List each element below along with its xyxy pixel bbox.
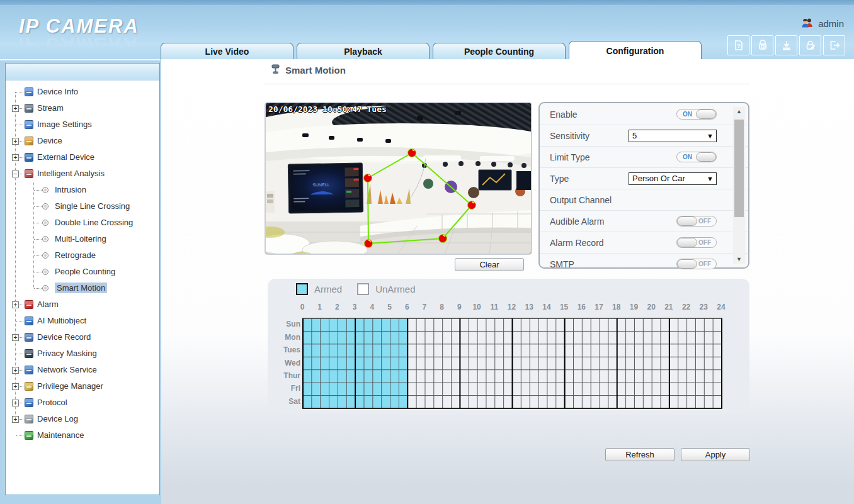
sensitivity-select[interactable]: 5▼ (629, 130, 717, 142)
apply-button[interactable]: Apply (681, 448, 750, 461)
logout-icon[interactable] (823, 35, 845, 55)
type-select[interactable]: Person Or Car▼ (629, 172, 717, 185)
sidebar-item-image-settings[interactable]: Image Settings (6, 116, 159, 133)
audible-alarm-toggle[interactable]: OFF (676, 216, 717, 227)
day-label: Mon (273, 333, 300, 342)
toggle-knob[interactable] (696, 152, 716, 162)
clear-button[interactable]: Clear (455, 258, 524, 271)
tab-people-counting[interactable]: People Counting (433, 43, 566, 60)
hour-label: 3 (353, 303, 357, 311)
sidebar-item-smart-motion[interactable]: Smart Motion (6, 280, 159, 296)
sidebar-item-single-line-crossing[interactable]: Single Line Crossing (6, 198, 159, 215)
tab-playback[interactable]: Playback (297, 43, 430, 60)
modify-password-icon[interactable] (799, 35, 821, 55)
tree-connector-stub (34, 190, 42, 191)
hour-label: 8 (440, 303, 444, 311)
unarmed-label: UnArmed (375, 284, 415, 294)
toggle-state-label: ON (683, 153, 692, 161)
sidebar-item-alarm[interactable]: +Alarm (6, 296, 159, 313)
schedule-grid[interactable] (302, 318, 722, 409)
smart-motion-icon (271, 64, 280, 76)
intelligent-analysis-icon (25, 169, 33, 178)
device-log-icon (25, 415, 33, 423)
sidebar-item-protocol[interactable]: +Protocol (6, 395, 159, 411)
tree-connector-stub (16, 435, 23, 436)
sidebar-item-maintenance[interactable]: Maintenance (6, 427, 159, 444)
sidebar-item-privilege-manager[interactable]: +Privilege Manager (6, 378, 159, 395)
expand-icon[interactable]: + (12, 105, 19, 112)
expand-icon[interactable]: + (12, 416, 19, 423)
download-icon[interactable] (775, 35, 797, 55)
hour-label: 0 (300, 303, 305, 311)
sidebar-item-external-device[interactable]: +External Device (6, 149, 159, 165)
limit-type-toggle[interactable]: ON (676, 152, 717, 162)
alarm-record-toggle[interactable]: OFF (676, 237, 717, 248)
header-toolbar: ? (727, 35, 845, 55)
enable-toggle[interactable]: ON (676, 109, 717, 120)
sidebar-item-intrusion[interactable]: Intrusion (6, 182, 159, 198)
help-icon[interactable]: ? (727, 35, 749, 55)
toggle-knob[interactable] (677, 259, 697, 269)
scroll-down-icon[interactable]: ▼ (733, 256, 745, 262)
sidebar-item-multi-loitering[interactable]: Multi-Loitering (6, 231, 159, 247)
settings-scrollbar[interactable]: ▲ ▼ (733, 107, 745, 264)
tree-connector-stub (34, 255, 42, 256)
chevron-down-icon: ▼ (707, 130, 714, 142)
expand-icon[interactable]: + (12, 138, 19, 145)
sidebar-item-privacy-masking[interactable]: Privacy Masking (6, 345, 159, 362)
sidebar-item-device-record[interactable]: +Device Record (6, 329, 159, 345)
sidebar-item-network-service[interactable]: +Network Service (6, 362, 159, 378)
svg-text:SUNELL: SUNELL (312, 182, 329, 187)
toggle-knob[interactable] (677, 216, 697, 226)
refresh-button[interactable]: Refresh (605, 448, 675, 461)
hour-label: 5 (387, 303, 392, 311)
navigation-tree: Device Info+StreamImage Settings+Device+… (6, 84, 159, 427)
sidebar-item-retrograde[interactable]: Retrograde (6, 247, 159, 264)
scrollbar-thumb[interactable] (734, 120, 744, 217)
collapse-icon[interactable]: − (12, 171, 19, 177)
sidebar-item-device-info[interactable]: Device Info (6, 84, 159, 100)
svg-text:?: ? (737, 43, 741, 49)
sidebar-item-people-counting[interactable]: People Counting (6, 264, 159, 280)
armed-checkbox[interactable] (296, 283, 308, 295)
sidebar-item-label: Privacy Masking (37, 349, 97, 358)
sidebar-item-stream[interactable]: +Stream (6, 100, 159, 116)
sidebar-item-ai-multiobject[interactable]: AI Multiobject (6, 313, 159, 329)
unarmed-checkbox[interactable] (357, 283, 369, 295)
sidebar-item-label: Smart Motion (55, 283, 107, 293)
expand-icon[interactable]: + (12, 301, 19, 308)
scroll-up-icon[interactable]: ▲ (733, 108, 745, 115)
app-logo-reflection: IP CAMERA (19, 33, 139, 55)
expand-icon[interactable]: + (12, 400, 19, 406)
sidebar-item-device[interactable]: +Device (6, 133, 159, 149)
toggle-knob[interactable] (696, 109, 716, 119)
hour-label: 6 (405, 303, 409, 311)
setting-row-smtp: SMTPOFF (540, 253, 748, 274)
toggle-knob[interactable] (677, 238, 697, 247)
tree-connector-stub (34, 206, 42, 207)
smtp-toggle[interactable]: OFF (676, 259, 717, 269)
sidebar-item-label: Multi-Loitering (55, 234, 106, 244)
about-icon[interactable] (751, 35, 773, 55)
sidebar-item-double-line-crossing[interactable]: Double Line Crossing (6, 215, 159, 231)
hour-label: 16 (578, 303, 586, 311)
external-device-icon (25, 153, 33, 162)
tree-connector-stub (16, 321, 23, 322)
tab-live-video[interactable]: Live Video (161, 43, 293, 60)
armed-label: Armed (314, 284, 342, 294)
expand-icon[interactable]: + (12, 383, 19, 390)
video-preview-canvas[interactable]: SUNELL (265, 102, 532, 255)
expand-icon[interactable]: + (12, 334, 19, 341)
sidebar-item-device-log[interactable]: +Device Log (6, 411, 159, 427)
device-record-icon (25, 333, 33, 342)
main-tabs: Live VideoPlaybackPeople CountingConfigu… (161, 42, 702, 60)
tab-configuration[interactable]: Configuration (569, 41, 702, 60)
sidebar-item-label: Image Settings (37, 120, 92, 129)
hour-label: 14 (542, 303, 550, 311)
expand-icon[interactable]: + (12, 367, 19, 374)
radio-icon (42, 252, 48, 259)
header-top-strip (0, 0, 854, 5)
expand-icon[interactable]: + (12, 154, 19, 161)
schedule-panel: Armed UnArmed 01234567891011121314151617… (268, 279, 749, 414)
sidebar-item-intelligent-analysis[interactable]: −Intelligent Analysis (6, 165, 159, 182)
